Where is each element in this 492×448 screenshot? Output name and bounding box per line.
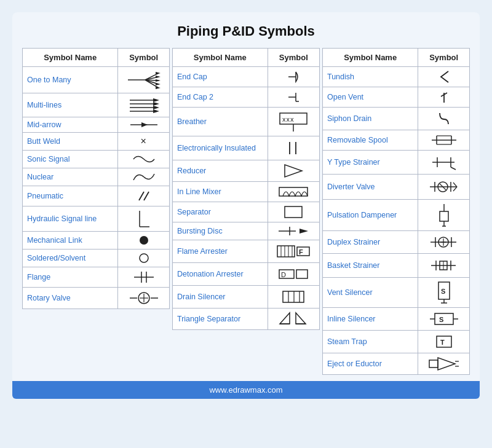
row-symbol xyxy=(118,186,170,206)
row-symbol xyxy=(118,288,170,309)
row-symbol xyxy=(418,231,470,254)
row-name: Removable Spool xyxy=(323,130,418,151)
row-name: Duplex Strainer xyxy=(323,231,418,254)
table-row: Duplex Strainer xyxy=(323,231,470,254)
row-symbol xyxy=(118,117,170,133)
row-symbol xyxy=(268,182,319,202)
row-name: One to Many xyxy=(23,67,118,93)
table-row: Soldered/Solvent xyxy=(23,250,170,267)
row-symbol xyxy=(268,87,319,108)
row-name: Rotary Valve xyxy=(23,288,118,309)
row-symbol: xxx xyxy=(268,108,319,136)
table-row: Detonation Arrester D xyxy=(173,263,320,286)
row-name: Siphon Drain xyxy=(323,108,418,130)
row-name: Nuclear xyxy=(23,168,118,186)
svg-line-22 xyxy=(144,192,149,200)
row-name: Flame Arrester xyxy=(173,240,268,263)
table-row: Inline Silencer S xyxy=(323,308,470,331)
table-row: Triangle Separator xyxy=(173,308,320,330)
svg-line-79 xyxy=(451,167,456,170)
svg-marker-6 xyxy=(156,72,161,74)
row-name: Diverter Valve xyxy=(323,175,418,200)
row-name: End Cap xyxy=(173,67,268,87)
row-symbol xyxy=(418,87,470,108)
table-row: Nuclear xyxy=(23,168,170,186)
svg-marker-9 xyxy=(156,83,161,85)
row-name: Pneumatic xyxy=(23,186,118,206)
svg-point-26 xyxy=(140,254,148,262)
row-name: Sonic Signal xyxy=(23,151,118,168)
row-symbol xyxy=(118,232,170,250)
table2-header-name: Symbol Name xyxy=(173,49,268,67)
row-name: Butt Weld xyxy=(23,133,118,151)
table-row: End Cap xyxy=(173,67,320,87)
row-symbol xyxy=(118,67,170,93)
row-symbol xyxy=(118,151,170,168)
row-name: Tundish xyxy=(323,67,418,87)
row-symbol xyxy=(118,168,170,186)
svg-rect-46 xyxy=(285,206,302,218)
table-row: Breather xxx xyxy=(173,108,320,136)
row-name: Breather xyxy=(173,108,268,136)
svg-marker-67 xyxy=(296,313,306,324)
row-symbol xyxy=(418,151,470,175)
row-symbol xyxy=(418,200,470,231)
row-symbol xyxy=(268,67,319,87)
table-row: Tundish xyxy=(323,67,470,87)
svg-text:F: F xyxy=(299,248,304,256)
table-row: Hydraulic Signal line xyxy=(23,206,170,232)
table-row: Removable Spool xyxy=(323,130,470,151)
row-name: In Line Mixer xyxy=(173,182,268,202)
row-name: Triangle Separator xyxy=(173,308,268,330)
row-name: Y Type Strainer xyxy=(323,151,418,175)
page-title: Piping P&ID Symbols xyxy=(22,23,470,39)
svg-rect-110 xyxy=(429,360,438,367)
row-symbol xyxy=(118,93,170,117)
table-row: Bursting Disc xyxy=(173,222,320,240)
row-name: Multi-lines xyxy=(23,93,118,117)
svg-text:D: D xyxy=(281,271,287,278)
row-name: Open Vent xyxy=(323,87,418,108)
row-symbol: F xyxy=(268,240,319,263)
row-name: Eject or Eductor xyxy=(323,353,418,375)
row-symbol xyxy=(418,353,470,375)
row-name: Bursting Disc xyxy=(173,222,268,240)
table-row: Mid-arrow xyxy=(23,117,170,133)
row-symbol: T xyxy=(418,331,470,353)
svg-marker-15 xyxy=(153,98,159,102)
svg-text:S: S xyxy=(439,316,444,323)
row-symbol: S xyxy=(418,308,470,331)
row-symbol xyxy=(118,267,170,288)
tables-wrapper: Symbol Name Symbol One to Many xyxy=(22,48,470,375)
row-symbol xyxy=(118,206,170,232)
row-name: Drain Silencer xyxy=(173,286,268,308)
row-name: Reducer xyxy=(173,160,268,182)
table-row: Mechanical Link xyxy=(23,232,170,250)
table-row: Multi-lines xyxy=(23,93,170,117)
table-row: Eject or Eductor xyxy=(323,353,470,375)
svg-point-25 xyxy=(140,236,148,245)
row-symbol: × xyxy=(118,133,170,151)
svg-marker-7 xyxy=(156,76,161,78)
table-row: Drain Silencer xyxy=(173,286,320,308)
row-name: Mechanical Link xyxy=(23,232,118,250)
row-symbol xyxy=(418,175,470,200)
row-name: Basket Strainer xyxy=(323,254,418,278)
table-row: Pneumatic xyxy=(23,186,170,206)
row-name: Electronically Insulated xyxy=(173,136,268,160)
svg-rect-60 xyxy=(296,270,308,278)
row-name: Flange xyxy=(23,267,118,288)
svg-marker-20 xyxy=(141,122,148,127)
table1-header-name: Symbol Name xyxy=(23,49,118,67)
row-name: Mid-arrow xyxy=(23,117,118,133)
row-symbol xyxy=(418,130,470,151)
table-row: Diverter Valve xyxy=(323,175,470,200)
svg-text:T: T xyxy=(440,339,445,346)
table-row: Vent Silencer S xyxy=(323,278,470,308)
svg-line-21 xyxy=(139,192,144,200)
row-symbol: S xyxy=(418,278,470,308)
table-row: One to Many xyxy=(23,67,170,93)
svg-rect-86 xyxy=(440,211,448,221)
row-name: Separator xyxy=(173,202,268,222)
row-name: Hydraulic Signal line xyxy=(23,206,118,232)
